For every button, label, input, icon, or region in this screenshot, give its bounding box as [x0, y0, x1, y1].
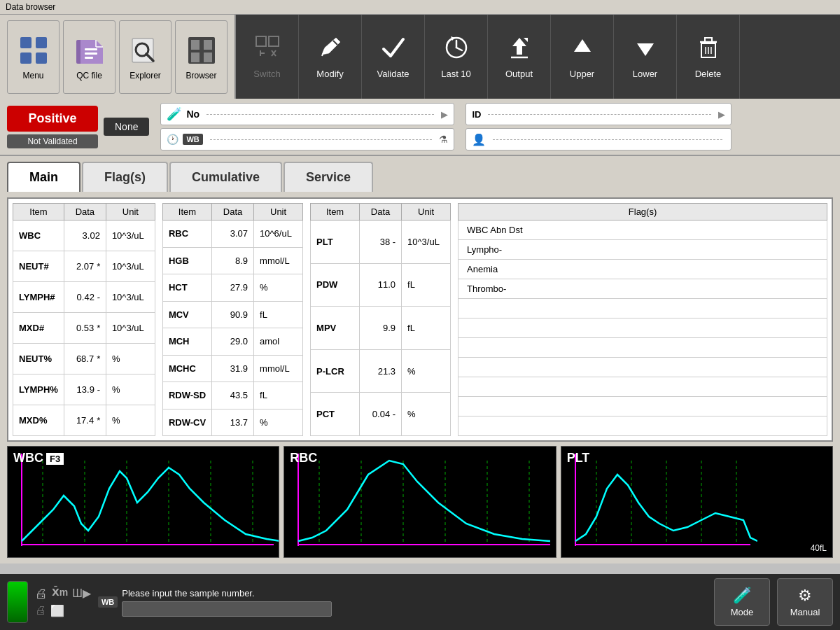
xm-icon: X̄m: [52, 587, 68, 601]
table-row: Lympho-: [458, 240, 827, 260]
svg-rect-15: [191, 40, 200, 50]
svg-rect-8: [85, 48, 97, 50]
rbc-col-data: Data: [212, 204, 254, 220]
charts-area: WBCF3 300fL RBC 250fL PLT 40fL: [7, 446, 833, 558]
svg-marker-26: [512, 38, 526, 55]
tube-icon: 🧪: [167, 106, 182, 122]
svg-rect-18: [204, 52, 212, 62]
plt-col-item: Item: [311, 204, 360, 220]
validate-button[interactable]: Validate: [362, 15, 425, 99]
table-row: WBC Abn Dst: [458, 220, 827, 240]
svg-marker-5: [80, 40, 103, 64]
plt-col-unit: Unit: [402, 204, 451, 220]
svg-rect-17: [191, 52, 200, 62]
svg-rect-9: [85, 52, 97, 55]
wbc-chart-label: WBCF3: [13, 451, 64, 465]
plt-chart: PLT 40fL: [561, 446, 833, 558]
status-bar: 🖨 X̄m Ш▶ 🖨 ⬜ WB Please input the sample …: [0, 574, 840, 630]
flag-table: Flag(s) WBC Abn DstLympho-AnemiaThrombo-: [458, 203, 827, 436]
rbc-chart: RBC 250fL: [284, 446, 556, 558]
tab-main[interactable]: Main: [7, 162, 80, 192]
wbc-chart: WBCF3 300fL: [7, 446, 279, 558]
arrow-right-icon: ▶: [441, 109, 448, 120]
tabs: Main Flag(s) Cumulative Service: [7, 162, 833, 192]
svg-rect-0: [20, 37, 31, 48]
mode-icon: 🧪: [733, 587, 752, 605]
plt-chart-label: PLT: [567, 451, 590, 465]
rbc-chart-label: RBC: [290, 451, 317, 465]
manual-icon: ⚙: [798, 587, 812, 605]
table-row: PCT0.04 -%: [311, 393, 451, 436]
explorer-button[interactable]: Explorer: [119, 20, 172, 94]
table-row: MCV90.9fL: [162, 301, 302, 328]
table-row: MCHC31.9mmol/L: [162, 355, 302, 382]
wb-status-badge: WB: [98, 596, 118, 608]
table-row: [458, 299, 827, 318]
clock-icon: 🕐: [167, 134, 178, 145]
table-row: PLT38 -10^3/uL: [311, 220, 451, 264]
mode-button[interactable]: 🧪 Mode: [714, 578, 770, 626]
printer-icon[interactable]: 🖨: [35, 587, 48, 601]
status-not-validated: Not Validated: [7, 134, 98, 148]
table-row: HCT27.9%: [162, 274, 302, 302]
lower-button[interactable]: Lower: [614, 15, 677, 99]
table-row: MPV9.9 fL: [311, 307, 451, 350]
rbc-table: Item Data Unit RBC3.0710^6/uLHGB8.9mmol/…: [162, 203, 303, 436]
arrow-right-id-icon: ▶: [718, 109, 725, 120]
plt-chart-unit: 40fL: [811, 543, 827, 553]
manual-label: Manual: [790, 607, 820, 617]
modify-button[interactable]: Modify: [299, 15, 362, 99]
id-label: ID: [472, 109, 481, 120]
table-row: LYMPH%13.9 -%: [13, 374, 155, 405]
table-row: [458, 338, 827, 358]
table-row: MXD%17.4 *%: [13, 405, 155, 436]
printer2-icon[interactable]: 🖨: [35, 604, 46, 617]
tab-cumulative[interactable]: Cumulative: [169, 162, 282, 192]
output-button[interactable]: Output: [488, 15, 551, 99]
table-row: MXD#0.53 *10^3/uL: [13, 313, 155, 344]
plt-col-data: Data: [360, 204, 402, 220]
plt-table: Item Data Unit PLT38 -10^3/uLPDW11.0 fLM…: [310, 203, 451, 436]
manual-button[interactable]: ⚙ Manual: [777, 578, 833, 626]
browser-button[interactable]: Browser: [175, 20, 227, 94]
table-row: [458, 416, 827, 436]
qcfile-button[interactable]: QC file: [63, 20, 115, 94]
last10-button[interactable]: Last 10: [425, 15, 488, 99]
table-row: NEUT%68.7 *%: [13, 344, 155, 374]
upper-button[interactable]: Upper: [551, 15, 614, 99]
tab-service[interactable]: Service: [284, 162, 373, 192]
table-row: [458, 377, 827, 397]
svg-rect-16: [204, 40, 212, 50]
patient-area: Positive Not Validated None 🧪 No ▶ 🕐 WB …: [0, 99, 840, 156]
status-input-bar[interactable]: [122, 601, 332, 617]
toolbar: Menu QC file: [0, 15, 840, 99]
rbc-col-unit: Unit: [254, 204, 303, 220]
svg-marker-28: [524, 38, 528, 42]
svg-rect-2: [20, 52, 31, 64]
svg-rect-3: [36, 52, 47, 64]
green-indicator: [7, 581, 28, 623]
main-content: Main Flag(s) Cumulative Service Item Dat…: [0, 156, 840, 564]
blank-icon: ⬜: [50, 604, 64, 617]
tab-flags[interactable]: Flag(s): [82, 162, 168, 192]
switch-button[interactable]: Switch: [236, 15, 299, 99]
menu-button[interactable]: Menu: [7, 20, 59, 94]
sample-no-label: No: [186, 108, 200, 120]
table-row: [458, 358, 827, 377]
table-row: NEUT#2.07 *10^3/uL: [13, 251, 155, 282]
table-row: Thrombo-: [458, 279, 827, 299]
svg-rect-33: [705, 38, 712, 42]
svg-rect-20: [269, 36, 279, 46]
status-positive: Positive: [7, 106, 98, 132]
svg-marker-30: [637, 43, 654, 56]
table-row: Anemia: [458, 260, 827, 279]
table-row: LYMPH#0.42 -10^3/uL: [13, 282, 155, 313]
svg-rect-19: [256, 36, 266, 46]
svg-rect-1: [36, 37, 47, 48]
table-row: [458, 318, 827, 338]
wbc-col-unit: Unit: [106, 204, 155, 220]
delete-button[interactable]: Delete: [677, 15, 740, 99]
table-row: WBC3.02 10^3/uL: [13, 220, 155, 251]
wbc-col-data: Data: [64, 204, 106, 220]
blood-icon: Ш▶: [72, 587, 91, 601]
